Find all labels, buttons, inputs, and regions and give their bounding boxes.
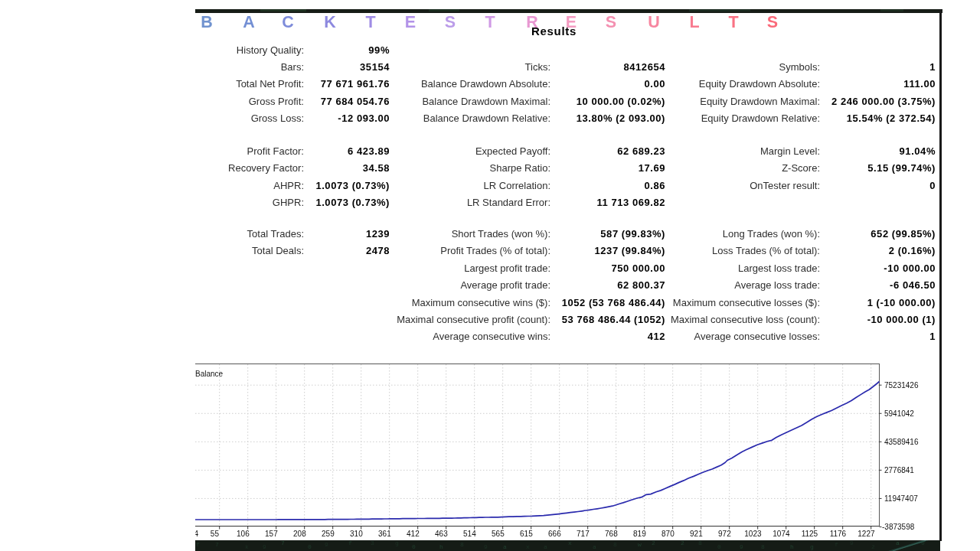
svg-text:412: 412 bbox=[407, 530, 420, 538]
svg-text:463: 463 bbox=[435, 530, 448, 538]
svg-text:a: a bbox=[593, 543, 596, 550]
svg-text:361: 361 bbox=[378, 530, 391, 538]
svg-text:g: g bbox=[395, 540, 399, 546]
svg-text:k: k bbox=[245, 543, 249, 550]
svg-text:1023: 1023 bbox=[744, 530, 762, 538]
svg-text:1074: 1074 bbox=[773, 530, 790, 538]
svg-text:8: 8 bbox=[460, 541, 464, 548]
svg-text:2: 2 bbox=[652, 540, 655, 546]
svg-text:717: 717 bbox=[577, 530, 590, 538]
svg-text:-3873598: -3873598 bbox=[882, 523, 915, 531]
svg-text:a: a bbox=[503, 543, 507, 550]
svg-text:8: 8 bbox=[761, 543, 765, 550]
svg-text:9: 9 bbox=[740, 543, 743, 550]
svg-text:972: 972 bbox=[718, 530, 731, 538]
svg-text:0: 0 bbox=[921, 540, 925, 546]
svg-text:a: a bbox=[544, 543, 547, 550]
svg-text:43589416: 43589416 bbox=[884, 438, 919, 446]
svg-text:11947407: 11947407 bbox=[884, 494, 918, 503]
svg-text:75231426: 75231426 bbox=[884, 381, 919, 390]
svg-text:0: 0 bbox=[308, 543, 312, 550]
svg-text:106: 106 bbox=[237, 530, 250, 538]
svg-text:1227: 1227 bbox=[858, 530, 875, 538]
svg-text:x: x bbox=[568, 540, 572, 546]
svg-text:g: g bbox=[810, 543, 814, 550]
svg-text:514: 514 bbox=[463, 530, 476, 538]
svg-text:208: 208 bbox=[293, 530, 306, 538]
svg-text:666: 666 bbox=[548, 530, 561, 538]
svg-text:9: 9 bbox=[325, 541, 328, 548]
svg-text:8: 8 bbox=[698, 540, 702, 546]
svg-text:565: 565 bbox=[492, 530, 505, 538]
svg-text:9: 9 bbox=[263, 543, 266, 550]
svg-text:a: a bbox=[896, 540, 900, 546]
svg-text:921: 921 bbox=[690, 530, 703, 538]
svg-text:615: 615 bbox=[520, 530, 533, 538]
svg-text:h: h bbox=[790, 543, 794, 550]
svg-text:55: 55 bbox=[211, 530, 220, 538]
svg-text:2: 2 bbox=[871, 543, 875, 550]
svg-text:1176: 1176 bbox=[830, 530, 847, 538]
svg-text:3: 3 bbox=[371, 540, 374, 546]
svg-text:5941042: 5941042 bbox=[884, 409, 914, 418]
svg-text:9: 9 bbox=[850, 540, 854, 546]
svg-text:0: 0 bbox=[717, 543, 721, 550]
svg-text:f: f bbox=[348, 540, 352, 546]
svg-text:0: 0 bbox=[412, 543, 416, 550]
svg-text:x: x bbox=[526, 543, 530, 550]
svg-text:8: 8 bbox=[613, 541, 617, 548]
svg-text:f: f bbox=[196, 541, 200, 548]
svg-text:9: 9 bbox=[484, 543, 488, 550]
svg-text:2776841: 2776841 bbox=[884, 466, 914, 474]
svg-text:870: 870 bbox=[662, 530, 675, 538]
svg-text:259: 259 bbox=[322, 530, 335, 538]
svg-text:157: 157 bbox=[265, 530, 278, 538]
svg-text:7: 7 bbox=[281, 540, 285, 546]
svg-text:Balance: Balance bbox=[195, 370, 224, 378]
svg-text:7: 7 bbox=[215, 541, 219, 548]
svg-text:h: h bbox=[439, 543, 443, 550]
svg-text:819: 819 bbox=[633, 530, 646, 538]
svg-text:768: 768 bbox=[605, 530, 618, 538]
svg-text:w: w bbox=[638, 541, 642, 548]
svg-text:2: 2 bbox=[681, 540, 684, 546]
svg-text:1125: 1125 bbox=[802, 530, 818, 538]
svg-text:f: f bbox=[835, 541, 838, 548]
svg-text:310: 310 bbox=[350, 530, 363, 538]
